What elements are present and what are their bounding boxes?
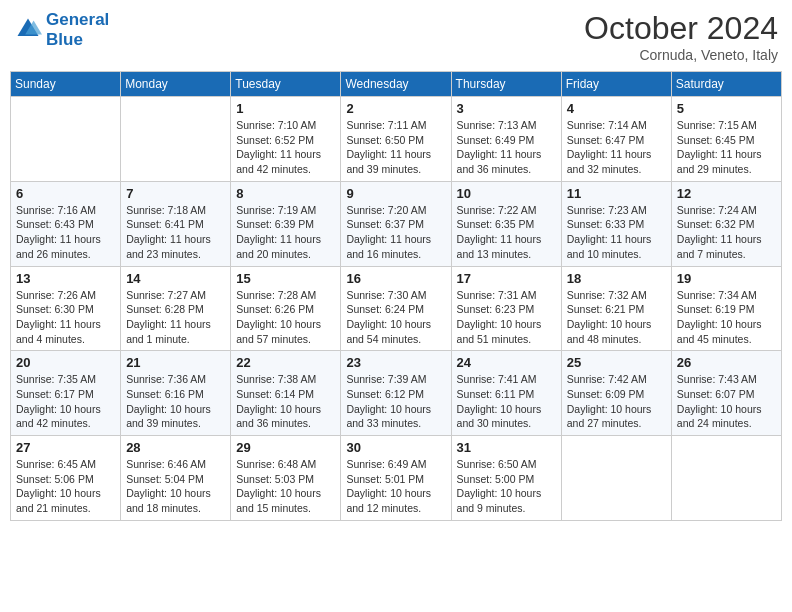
calendar-week-2: 6Sunrise: 7:16 AM Sunset: 6:43 PM Daylig… (11, 181, 782, 266)
calendar-cell: 25Sunrise: 7:42 AM Sunset: 6:09 PM Dayli… (561, 351, 671, 436)
day-info: Sunrise: 7:16 AM Sunset: 6:43 PM Dayligh… (16, 203, 115, 262)
day-info: Sunrise: 7:30 AM Sunset: 6:24 PM Dayligh… (346, 288, 445, 347)
month-title: October 2024 (584, 10, 778, 47)
day-info: Sunrise: 7:26 AM Sunset: 6:30 PM Dayligh… (16, 288, 115, 347)
weekday-header-sunday: Sunday (11, 72, 121, 97)
day-info: Sunrise: 7:22 AM Sunset: 6:35 PM Dayligh… (457, 203, 556, 262)
calendar-cell: 11Sunrise: 7:23 AM Sunset: 6:33 PM Dayli… (561, 181, 671, 266)
weekday-header-saturday: Saturday (671, 72, 781, 97)
day-number: 28 (126, 440, 225, 455)
day-info: Sunrise: 7:19 AM Sunset: 6:39 PM Dayligh… (236, 203, 335, 262)
day-info: Sunrise: 7:34 AM Sunset: 6:19 PM Dayligh… (677, 288, 776, 347)
day-number: 21 (126, 355, 225, 370)
day-number: 19 (677, 271, 776, 286)
day-info: Sunrise: 7:20 AM Sunset: 6:37 PM Dayligh… (346, 203, 445, 262)
day-number: 23 (346, 355, 445, 370)
day-info: Sunrise: 7:41 AM Sunset: 6:11 PM Dayligh… (457, 372, 556, 431)
title-block: October 2024 Cornuda, Veneto, Italy (584, 10, 778, 63)
calendar-cell: 5Sunrise: 7:15 AM Sunset: 6:45 PM Daylig… (671, 97, 781, 182)
calendar-cell: 22Sunrise: 7:38 AM Sunset: 6:14 PM Dayli… (231, 351, 341, 436)
calendar-week-3: 13Sunrise: 7:26 AM Sunset: 6:30 PM Dayli… (11, 266, 782, 351)
day-number: 22 (236, 355, 335, 370)
day-number: 25 (567, 355, 666, 370)
calendar-cell: 2Sunrise: 7:11 AM Sunset: 6:50 PM Daylig… (341, 97, 451, 182)
day-info: Sunrise: 7:43 AM Sunset: 6:07 PM Dayligh… (677, 372, 776, 431)
day-number: 15 (236, 271, 335, 286)
calendar-cell (11, 97, 121, 182)
calendar-cell: 13Sunrise: 7:26 AM Sunset: 6:30 PM Dayli… (11, 266, 121, 351)
calendar-table: SundayMondayTuesdayWednesdayThursdayFrid… (10, 71, 782, 521)
day-number: 1 (236, 101, 335, 116)
calendar-cell: 18Sunrise: 7:32 AM Sunset: 6:21 PM Dayli… (561, 266, 671, 351)
calendar-cell: 16Sunrise: 7:30 AM Sunset: 6:24 PM Dayli… (341, 266, 451, 351)
day-number: 13 (16, 271, 115, 286)
day-number: 30 (346, 440, 445, 455)
calendar-cell: 24Sunrise: 7:41 AM Sunset: 6:11 PM Dayli… (451, 351, 561, 436)
day-info: Sunrise: 7:18 AM Sunset: 6:41 PM Dayligh… (126, 203, 225, 262)
logo: General Blue (14, 10, 109, 49)
day-number: 18 (567, 271, 666, 286)
location-subtitle: Cornuda, Veneto, Italy (584, 47, 778, 63)
day-number: 9 (346, 186, 445, 201)
day-info: Sunrise: 6:46 AM Sunset: 5:04 PM Dayligh… (126, 457, 225, 516)
day-number: 12 (677, 186, 776, 201)
calendar-cell: 15Sunrise: 7:28 AM Sunset: 6:26 PM Dayli… (231, 266, 341, 351)
calendar-cell: 1Sunrise: 7:10 AM Sunset: 6:52 PM Daylig… (231, 97, 341, 182)
day-number: 26 (677, 355, 776, 370)
day-info: Sunrise: 7:15 AM Sunset: 6:45 PM Dayligh… (677, 118, 776, 177)
day-info: Sunrise: 7:13 AM Sunset: 6:49 PM Dayligh… (457, 118, 556, 177)
calendar-cell: 4Sunrise: 7:14 AM Sunset: 6:47 PM Daylig… (561, 97, 671, 182)
logo-text-line2: Blue (46, 30, 109, 50)
day-number: 17 (457, 271, 556, 286)
day-number: 6 (16, 186, 115, 201)
day-info: Sunrise: 7:10 AM Sunset: 6:52 PM Dayligh… (236, 118, 335, 177)
day-number: 11 (567, 186, 666, 201)
calendar-week-4: 20Sunrise: 7:35 AM Sunset: 6:17 PM Dayli… (11, 351, 782, 436)
day-info: Sunrise: 7:28 AM Sunset: 6:26 PM Dayligh… (236, 288, 335, 347)
day-number: 16 (346, 271, 445, 286)
day-number: 14 (126, 271, 225, 286)
calendar-week-5: 27Sunrise: 6:45 AM Sunset: 5:06 PM Dayli… (11, 436, 782, 521)
day-info: Sunrise: 7:11 AM Sunset: 6:50 PM Dayligh… (346, 118, 445, 177)
page-header: General Blue October 2024 Cornuda, Venet… (10, 10, 782, 63)
calendar-cell: 3Sunrise: 7:13 AM Sunset: 6:49 PM Daylig… (451, 97, 561, 182)
calendar-cell: 7Sunrise: 7:18 AM Sunset: 6:41 PM Daylig… (121, 181, 231, 266)
day-info: Sunrise: 7:23 AM Sunset: 6:33 PM Dayligh… (567, 203, 666, 262)
day-number: 3 (457, 101, 556, 116)
day-number: 20 (16, 355, 115, 370)
weekday-header-thursday: Thursday (451, 72, 561, 97)
calendar-cell: 27Sunrise: 6:45 AM Sunset: 5:06 PM Dayli… (11, 436, 121, 521)
day-number: 31 (457, 440, 556, 455)
calendar-cell: 28Sunrise: 6:46 AM Sunset: 5:04 PM Dayli… (121, 436, 231, 521)
weekday-header-tuesday: Tuesday (231, 72, 341, 97)
calendar-header-row: SundayMondayTuesdayWednesdayThursdayFrid… (11, 72, 782, 97)
weekday-header-monday: Monday (121, 72, 231, 97)
day-info: Sunrise: 7:38 AM Sunset: 6:14 PM Dayligh… (236, 372, 335, 431)
calendar-cell: 20Sunrise: 7:35 AM Sunset: 6:17 PM Dayli… (11, 351, 121, 436)
calendar-cell: 26Sunrise: 7:43 AM Sunset: 6:07 PM Dayli… (671, 351, 781, 436)
calendar-cell: 31Sunrise: 6:50 AM Sunset: 5:00 PM Dayli… (451, 436, 561, 521)
day-info: Sunrise: 6:48 AM Sunset: 5:03 PM Dayligh… (236, 457, 335, 516)
calendar-cell: 9Sunrise: 7:20 AM Sunset: 6:37 PM Daylig… (341, 181, 451, 266)
calendar-cell: 30Sunrise: 6:49 AM Sunset: 5:01 PM Dayli… (341, 436, 451, 521)
day-info: Sunrise: 7:24 AM Sunset: 6:32 PM Dayligh… (677, 203, 776, 262)
calendar-cell: 23Sunrise: 7:39 AM Sunset: 6:12 PM Dayli… (341, 351, 451, 436)
calendar-cell: 12Sunrise: 7:24 AM Sunset: 6:32 PM Dayli… (671, 181, 781, 266)
day-number: 10 (457, 186, 556, 201)
calendar-cell (121, 97, 231, 182)
day-number: 27 (16, 440, 115, 455)
calendar-cell: 29Sunrise: 6:48 AM Sunset: 5:03 PM Dayli… (231, 436, 341, 521)
day-number: 29 (236, 440, 335, 455)
logo-text-line1: General (46, 10, 109, 30)
calendar-cell: 19Sunrise: 7:34 AM Sunset: 6:19 PM Dayli… (671, 266, 781, 351)
day-info: Sunrise: 6:50 AM Sunset: 5:00 PM Dayligh… (457, 457, 556, 516)
logo-icon (14, 15, 42, 43)
day-number: 7 (126, 186, 225, 201)
day-info: Sunrise: 6:45 AM Sunset: 5:06 PM Dayligh… (16, 457, 115, 516)
calendar-week-1: 1Sunrise: 7:10 AM Sunset: 6:52 PM Daylig… (11, 97, 782, 182)
day-number: 5 (677, 101, 776, 116)
day-info: Sunrise: 7:32 AM Sunset: 6:21 PM Dayligh… (567, 288, 666, 347)
calendar-cell: 8Sunrise: 7:19 AM Sunset: 6:39 PM Daylig… (231, 181, 341, 266)
day-info: Sunrise: 7:42 AM Sunset: 6:09 PM Dayligh… (567, 372, 666, 431)
day-info: Sunrise: 6:49 AM Sunset: 5:01 PM Dayligh… (346, 457, 445, 516)
